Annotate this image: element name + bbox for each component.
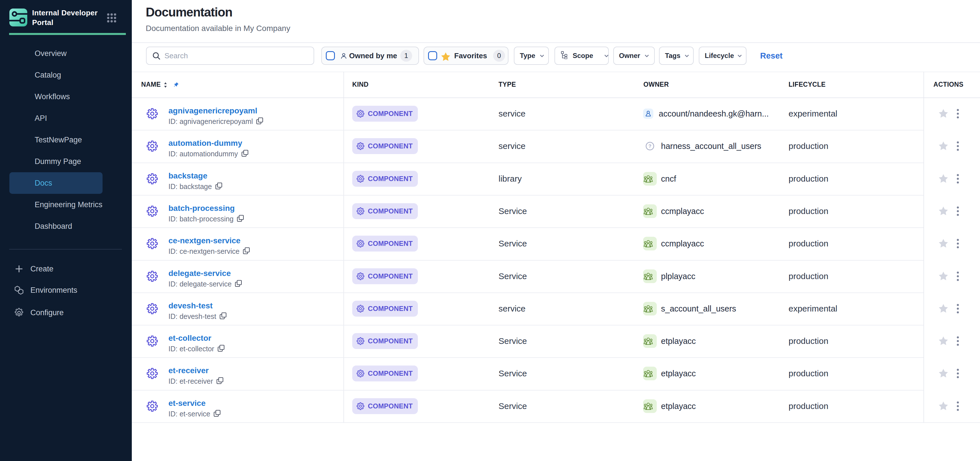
svg-text:?: ? — [649, 144, 651, 149]
